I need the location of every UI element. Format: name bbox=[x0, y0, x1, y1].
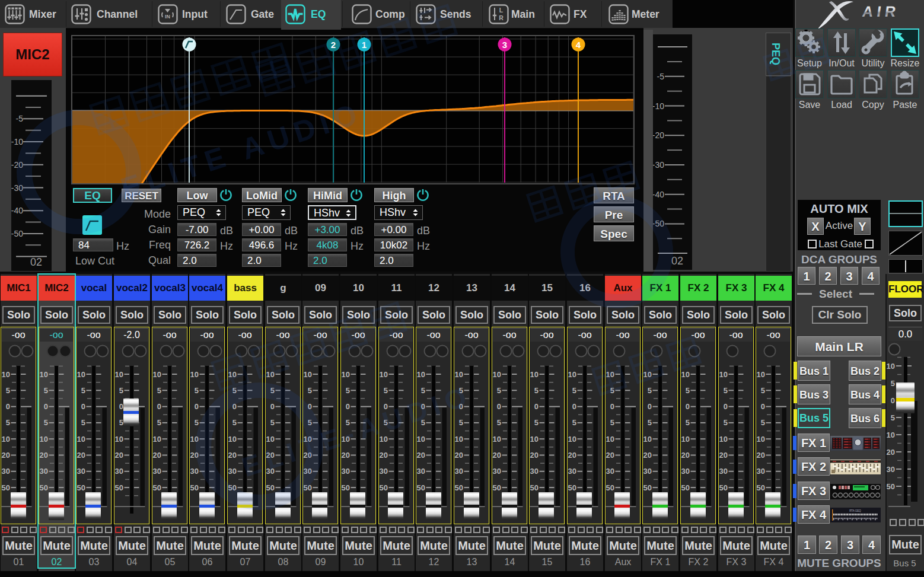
svg-text:AIR: AIR bbox=[861, 4, 900, 20]
svg-text:5: 5 bbox=[346, 418, 350, 427]
svg-text:20: 20 bbox=[342, 451, 350, 460]
svg-text:0: 0 bbox=[497, 402, 501, 411]
svg-text:PEQ: PEQ bbox=[770, 43, 782, 65]
svg-text:0: 0 bbox=[157, 402, 161, 411]
svg-text:5: 5 bbox=[610, 418, 614, 427]
svg-text:10: 10 bbox=[115, 370, 123, 379]
svg-text:5: 5 bbox=[497, 386, 501, 395]
svg-text:10: 10 bbox=[342, 435, 350, 444]
svg-text:20: 20 bbox=[757, 451, 765, 460]
svg-text:-30: -30 bbox=[11, 183, 23, 193]
svg-text:20: 20 bbox=[643, 451, 652, 460]
svg-text:-20: -20 bbox=[653, 130, 664, 140]
svg-text:20: 20 bbox=[304, 451, 312, 460]
svg-text:5: 5 bbox=[270, 418, 275, 427]
svg-text:10: 10 bbox=[228, 370, 237, 379]
svg-text:10: 10 bbox=[719, 370, 728, 379]
svg-text:50: 50 bbox=[757, 483, 765, 492]
svg-text:50: 50 bbox=[681, 483, 690, 492]
svg-text:20: 20 bbox=[681, 451, 690, 460]
svg-text:5: 5 bbox=[891, 413, 895, 422]
svg-text:30: 30 bbox=[380, 467, 388, 476]
svg-text:5: 5 bbox=[81, 418, 85, 427]
svg-text:20: 20 bbox=[266, 451, 275, 460]
svg-text:50: 50 bbox=[606, 483, 614, 492]
svg-text:5: 5 bbox=[724, 386, 728, 395]
svg-text:10: 10 bbox=[380, 370, 388, 379]
svg-text:20: 20 bbox=[455, 451, 463, 460]
svg-text:10: 10 bbox=[153, 435, 161, 444]
svg-text:02: 02 bbox=[30, 256, 42, 268]
svg-text:-5: -5 bbox=[657, 72, 665, 81]
svg-text:10: 10 bbox=[681, 370, 690, 379]
svg-text:50: 50 bbox=[342, 483, 350, 492]
svg-text:20: 20 bbox=[887, 448, 895, 457]
svg-text:5: 5 bbox=[686, 418, 690, 427]
svg-text:-10: -10 bbox=[653, 101, 664, 111]
svg-text:-50: -50 bbox=[11, 229, 23, 238]
svg-text:50: 50 bbox=[568, 483, 576, 492]
svg-text:0: 0 bbox=[6, 402, 10, 411]
svg-text:5: 5 bbox=[648, 386, 652, 395]
svg-text:30: 30 bbox=[190, 467, 199, 476]
svg-text:5: 5 bbox=[232, 386, 237, 395]
svg-text:10: 10 bbox=[568, 435, 576, 444]
svg-text:10: 10 bbox=[304, 370, 312, 379]
svg-text:0: 0 bbox=[761, 402, 765, 411]
svg-text:10: 10 bbox=[568, 370, 576, 379]
svg-text:10: 10 bbox=[380, 435, 388, 444]
svg-text:0: 0 bbox=[572, 402, 576, 411]
svg-text:5: 5 bbox=[421, 386, 425, 395]
svg-text:50: 50 bbox=[493, 483, 501, 492]
svg-text:30: 30 bbox=[606, 467, 614, 476]
svg-text:RTA GEQ: RTA GEQ bbox=[849, 509, 861, 512]
svg-text:30: 30 bbox=[304, 467, 312, 476]
svg-text:10: 10 bbox=[681, 435, 690, 444]
svg-text:5: 5 bbox=[6, 418, 10, 427]
svg-text:-10: -10 bbox=[11, 137, 23, 146]
svg-text:5: 5 bbox=[459, 418, 463, 427]
svg-text:5: 5 bbox=[534, 418, 539, 427]
svg-text:50: 50 bbox=[643, 483, 652, 492]
svg-text:3: 3 bbox=[502, 40, 507, 50]
svg-text:2: 2 bbox=[331, 40, 336, 50]
svg-text:50: 50 bbox=[190, 483, 199, 492]
svg-text:10: 10 bbox=[493, 370, 501, 379]
svg-text:30: 30 bbox=[266, 467, 275, 476]
svg-text:5: 5 bbox=[384, 418, 388, 427]
svg-text:-5: -5 bbox=[16, 114, 24, 123]
svg-text:50: 50 bbox=[380, 483, 388, 492]
svg-text:5: 5 bbox=[308, 418, 312, 427]
svg-text:5: 5 bbox=[891, 379, 895, 388]
svg-text:50: 50 bbox=[77, 483, 85, 492]
svg-text:10: 10 bbox=[606, 435, 614, 444]
svg-text:20: 20 bbox=[568, 451, 576, 460]
svg-text:4: 4 bbox=[576, 40, 581, 50]
svg-text:20: 20 bbox=[493, 451, 501, 460]
svg-text:10: 10 bbox=[417, 370, 425, 379]
svg-text:0: 0 bbox=[459, 402, 463, 411]
svg-text:50: 50 bbox=[153, 483, 161, 492]
svg-text:5: 5 bbox=[232, 418, 237, 427]
svg-text:5: 5 bbox=[724, 418, 728, 427]
svg-text:50: 50 bbox=[417, 483, 425, 492]
svg-text:10: 10 bbox=[417, 435, 425, 444]
svg-text:10: 10 bbox=[190, 370, 199, 379]
svg-text:5: 5 bbox=[761, 418, 765, 427]
svg-text:10: 10 bbox=[719, 435, 728, 444]
svg-text:30: 30 bbox=[153, 467, 161, 476]
svg-text:5: 5 bbox=[346, 386, 350, 395]
svg-text:10: 10 bbox=[2, 435, 10, 444]
svg-text:10: 10 bbox=[190, 435, 199, 444]
svg-text:0: 0 bbox=[308, 402, 312, 411]
svg-text:10: 10 bbox=[115, 435, 123, 444]
svg-text:10: 10 bbox=[228, 435, 237, 444]
svg-text:10: 10 bbox=[493, 435, 501, 444]
svg-text:30: 30 bbox=[2, 467, 10, 476]
svg-text:5: 5 bbox=[572, 386, 576, 395]
svg-text:0: 0 bbox=[610, 402, 614, 411]
svg-text:0: 0 bbox=[534, 402, 539, 411]
svg-text:10: 10 bbox=[530, 435, 539, 444]
svg-text:20: 20 bbox=[606, 451, 614, 460]
svg-text:10: 10 bbox=[77, 370, 85, 379]
